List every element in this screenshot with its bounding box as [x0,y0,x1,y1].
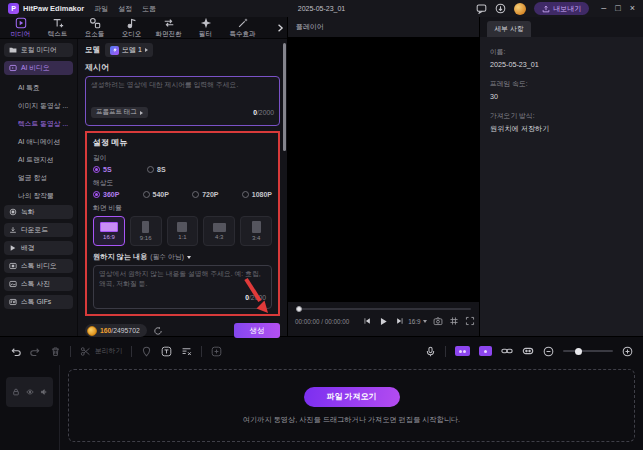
ratio-option-4-3[interactable]: 4:3 [203,216,235,246]
generate-button[interactable]: 생성 [234,323,280,338]
panel-scrollbar[interactable] [283,43,286,151]
download-status-icon[interactable] [495,3,506,14]
tab-audio[interactable]: 오디오 [113,17,150,39]
prompt-input[interactable] [86,77,279,107]
length-option-8s[interactable]: 8S [147,166,201,173]
media-sidebar: 로컬 미디어 AI 비디오 AI 특효 이미지 동영상 ... 텍스트 동영상 … [0,39,78,336]
voiceover-mic-icon[interactable] [425,346,436,357]
sidebar-item-ai-animation[interactable]: AI 애니메이션 [4,133,73,151]
lock-track-icon[interactable] [12,388,20,396]
magnet-snap-toggle[interactable] [479,346,492,356]
tab-elements[interactable]: 요소들 [76,17,113,39]
auto-ripple-toggle[interactable] [455,346,470,356]
import-drop-zone[interactable]: 파일 가져오기 여기까지 동영상, 사진을 드래그하거나 가져오면 편집을 시작… [68,369,635,442]
timeline-zoom-slider[interactable] [563,350,613,352]
export-button[interactable]: 내보내기 [534,2,589,15]
minimize-button[interactable]: – [601,4,606,13]
seek-bar[interactable] [296,306,471,312]
ratio-option-1-1[interactable]: 1:1 [167,216,199,246]
menu-settings[interactable]: 설정 [118,4,132,14]
tab-effects[interactable]: 특수효과 [224,17,261,39]
maximize-button[interactable]: □ [615,4,620,13]
resolution-option-540p[interactable]: 540P [143,191,193,198]
zoom-out-icon[interactable] [543,346,554,357]
tab-transition[interactable]: 화면전환 [150,17,187,39]
undo-icon[interactable] [10,346,21,357]
snapshot-icon[interactable] [433,316,443,326]
tab-filter[interactable]: 필터 [187,17,224,39]
add-text-icon[interactable] [161,346,172,357]
user-avatar[interactable] [514,3,526,15]
credits-pill[interactable]: 160/2495702 [85,324,147,337]
hide-track-icon[interactable] [26,388,34,396]
chevron-right-icon [145,48,148,52]
split-icon[interactable] [80,346,91,357]
sidebar-item-image-to-video[interactable]: 이미지 동영상 ... [4,97,73,115]
prompt-tag-button[interactable]: 프롬프트 태그 [91,107,148,118]
sidebar-item-text-to-video[interactable]: 텍스트 동영상 ... [4,115,73,133]
ratio-option-16-9[interactable]: 16:9 [93,216,125,246]
next-frame-button[interactable] [396,317,404,325]
sidebar-item-ai-video[interactable]: AI 비디오 [4,61,73,75]
sidebar-item-ai-effects[interactable]: AI 특효 [4,79,73,97]
tab-media[interactable]: 미디어 [2,17,39,39]
ratio-shape [252,221,261,233]
feedback-icon[interactable] [476,3,487,14]
menu-file[interactable]: 파일 [94,4,108,14]
ratio-shape [142,221,149,233]
fullscreen-icon[interactable] [465,316,475,326]
playhead-handle[interactable] [296,306,302,312]
settings-section: 설정 메뉴 길이 5S 8S 해상도 [85,131,280,316]
preview-ratio-select[interactable]: 16:9 [408,318,426,325]
grid-icon[interactable] [449,316,459,326]
redo-icon[interactable] [30,346,41,357]
marker-icon[interactable] [141,346,152,357]
sidebar-item-ai-transition[interactable]: AI 트랜지션 [4,151,73,169]
radio-icon [93,191,100,198]
sidebar-item-record[interactable]: 녹화 [4,205,73,219]
ratio-option-3-4[interactable]: 3:4 [240,216,272,246]
length-option-5s[interactable]: 5S [93,166,147,173]
play-button[interactable] [379,317,388,326]
clear-subtitle-icon[interactable] [181,346,192,357]
mute-track-icon[interactable] [40,388,48,396]
resolution-option-360p[interactable]: 360P [93,191,143,198]
ratio-option-9-16[interactable]: 9:16 [130,216,162,246]
ratio-shape [100,222,118,232]
radio-icon [147,166,154,173]
video-preview[interactable] [288,37,479,302]
add-track-icon[interactable] [211,346,222,357]
details-tab[interactable]: 세부 사항 [487,21,531,37]
chevron-right-icon [140,111,143,115]
refresh-credits-icon[interactable] [153,326,163,336]
sidebar-item-download[interactable]: 다운로드 [4,223,73,237]
track-header-rail [0,365,60,450]
sidebar-item-local-media[interactable]: 로컬 미디어 [4,43,73,57]
zoom-in-icon[interactable] [622,346,633,357]
resolution-option-720p[interactable]: 720P [192,191,242,198]
fit-timeline-icon[interactable] [522,345,534,357]
resolution-option-1080p[interactable]: 1080P [242,191,272,198]
sidebar-item-stock-video[interactable]: 스톡 비디오 [4,259,73,273]
zoom-slider-handle[interactable] [575,348,582,355]
model-1-tab[interactable]: 모델 1 [105,43,153,57]
tabbar-expand-chevron-icon[interactable] [275,23,285,33]
sidebar-item-my-creations[interactable]: 나의 창작물 [4,187,73,205]
link-clips-icon[interactable] [501,345,513,357]
tab-text[interactable]: 텍스트 [39,17,76,39]
radio-icon [93,166,100,173]
delete-icon[interactable] [50,346,61,357]
previous-frame-button[interactable] [363,317,371,325]
close-button[interactable]: × [630,4,635,13]
sidebar-item-face-swap[interactable]: 얼굴 합성 [4,169,73,187]
name-label: 이름: [490,47,633,57]
import-file-button[interactable]: 파일 가져오기 [304,387,400,407]
sidebar-item-stock-gifs[interactable]: 스톡 GIFs [4,295,73,309]
negative-content-input[interactable] [94,266,271,294]
titlebar: P HitPaw Edimakor 파일 설정 도움 2025-05-23_01… [0,0,643,17]
sidebar-item-background[interactable]: 배경 [4,241,73,255]
menu-help[interactable]: 도움 [142,4,156,14]
sidebar-item-stock-photo[interactable]: 스톡 사진 [4,277,73,291]
chevron-down-icon[interactable] [187,256,191,259]
folder-icon [9,46,17,54]
